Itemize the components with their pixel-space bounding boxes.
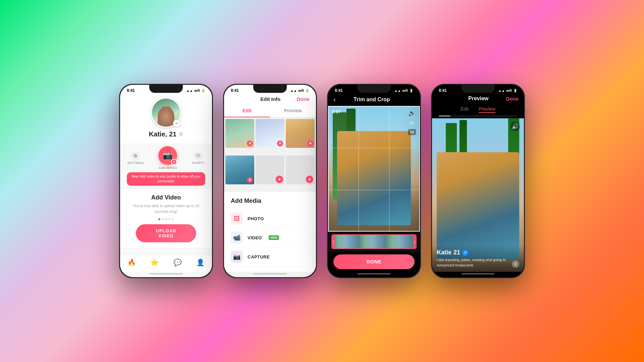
timeline-area: | | xyxy=(328,232,420,252)
notch-3 xyxy=(357,85,391,93)
wifi-icon-2: wifi xyxy=(298,89,304,93)
status-time-1: 9:41 xyxy=(127,88,135,93)
person-video xyxy=(337,131,411,225)
photo-icon: 🖼 xyxy=(231,213,243,225)
photo-cell-5[interactable]: + xyxy=(256,156,284,184)
dot-5 xyxy=(172,218,174,220)
tab-preview[interactable]: Preview xyxy=(270,105,316,117)
video-background xyxy=(328,106,420,232)
add-video-title: Add Video xyxy=(128,194,204,201)
add-media-center[interactable]: 📷 + ADD MEDIA xyxy=(158,146,177,170)
trim-header: ‹ Trim and Crop xyxy=(328,94,420,106)
preview-header: Preview Done xyxy=(432,94,524,104)
preview-user-name: Katie 21 ✓ xyxy=(437,249,519,256)
trim-back-button[interactable]: ‹ xyxy=(333,96,336,103)
battery-icon-4: 🔋 xyxy=(513,89,517,93)
safety-item[interactable]: 🛡 SAFETY xyxy=(192,151,205,165)
edit-done-button[interactable]: Done xyxy=(297,96,310,102)
photo-remove-2[interactable]: ✕ xyxy=(277,140,283,146)
photo-add-5[interactable]: + xyxy=(276,176,283,183)
preview-done-button[interactable]: Done xyxy=(506,96,519,102)
new-badge: NEW xyxy=(269,235,279,240)
preview-progress-bar xyxy=(439,116,517,116)
upload-video-button[interactable]: UPLOAD VIDEO xyxy=(136,224,197,242)
photos-grid: ✕ ✕ ✕ ✕ + + xyxy=(224,118,316,192)
photo-remove-4[interactable]: ✕ xyxy=(247,177,253,183)
timeline-handle-right[interactable]: | xyxy=(413,235,416,248)
add-video-section: Add Video You're now able to upload vide… xyxy=(120,189,212,248)
speed-1x[interactable]: 1x xyxy=(408,129,416,135)
preview-volume-icon[interactable]: 🔊 xyxy=(511,122,520,131)
nav-like-icon[interactable]: 🔥 xyxy=(127,258,136,266)
tab-edit[interactable]: Edit xyxy=(224,105,270,117)
nav-chat-icon[interactable]: 💬 xyxy=(173,258,182,266)
edit-info-title: Edit Info xyxy=(260,96,280,102)
preview-bio: I like traveling, jokes, cooking and goi… xyxy=(437,257,519,268)
status-time-3: 9:41 xyxy=(335,88,343,93)
settings-item[interactable]: ⚙ SETTINGS xyxy=(127,151,144,165)
settings-cog-small: ⚙ xyxy=(178,131,183,137)
timeline-strip[interactable]: | | xyxy=(331,234,417,249)
notch-4 xyxy=(461,85,495,93)
dot-4 xyxy=(168,218,170,220)
phone-2: 9:41 ▲▲ wifi 🔋 Edit Info Done Edit Previ… xyxy=(223,84,317,278)
profile-section: ✏ Katie, 21 ⚙ xyxy=(120,94,212,143)
battery-icon: 🔋 xyxy=(201,89,205,93)
media-option-video[interactable]: 📹 VIDEO NEW xyxy=(231,228,309,247)
dot-3 xyxy=(165,218,167,220)
status-icons-3: ▲▲ wifi 🔋 xyxy=(394,89,413,93)
preview-tabs: Edit Preview xyxy=(432,104,524,116)
avatar-edit-button[interactable]: ✏ xyxy=(173,120,180,127)
notch-2 xyxy=(253,85,287,93)
media-option-capture[interactable]: 📷 CAPTURE xyxy=(231,247,309,266)
dot-2 xyxy=(162,218,164,220)
edit-info-header: Edit Info Done xyxy=(224,94,316,105)
status-icons-1: ▲▲ wifi 🔋 xyxy=(186,89,205,93)
video-crop-area[interactable]: 0:07 🔊 ∞ 1x xyxy=(328,106,420,232)
trim-done-button[interactable]: DONE xyxy=(333,254,415,269)
photo-cell-2[interactable]: ✕ xyxy=(256,119,284,148)
battery-icon-2: 🔋 xyxy=(305,89,309,93)
preview-tab-preview[interactable]: Preview xyxy=(479,106,495,113)
timeline-frames xyxy=(332,235,416,248)
add-media-button[interactable]: 📷 + xyxy=(158,146,177,165)
person-head xyxy=(163,105,169,112)
nav-star-icon[interactable]: ⭐ xyxy=(150,258,159,266)
bottom-nav-1: 🔥 ⭐ 💬 👤 xyxy=(120,255,212,272)
photo-cell-1[interactable]: ✕ xyxy=(225,119,254,148)
person-silhouette xyxy=(159,105,174,127)
photo-cell-6[interactable]: + xyxy=(286,156,315,184)
preview-info-overlay: Katie 21 ✓ I like traveling, jokes, cook… xyxy=(432,245,524,272)
preview-tab-edit[interactable]: Edit xyxy=(461,106,469,113)
edit-tab-row: Edit Preview xyxy=(224,105,316,118)
photo-cell-4[interactable]: ✕ xyxy=(225,156,254,184)
trim-title: Trim and Crop xyxy=(354,97,390,103)
timeline-thumbnail xyxy=(332,235,416,248)
signal-icon-4: ▲▲ xyxy=(498,89,505,93)
timeline-handle-left[interactable]: | xyxy=(332,235,335,248)
preview-video-area[interactable]: 🔊 Katie 21 ✓ I like traveling, jokes, co… xyxy=(432,118,524,272)
video-timer: 0:07 xyxy=(332,109,341,114)
loop-icon[interactable]: ∞ xyxy=(410,119,414,126)
phone-1: 9:41 ▲▲ wifi 🔋 xyxy=(119,84,213,278)
info-button[interactable]: ℹ xyxy=(512,260,519,268)
signal-icon-2: ▲▲ xyxy=(290,89,297,93)
settings-row: ⚙ SETTINGS 📷 + ADD MEDIA 🛡 SAFETY xyxy=(120,143,212,171)
signal-icon-3: ▲▲ xyxy=(394,89,401,93)
avatar-wrapper[interactable]: ✏ xyxy=(151,98,181,128)
media-option-photo[interactable]: 🖼 PHOTO xyxy=(231,209,309,228)
add-media-sheet-title: Add Media xyxy=(231,197,309,204)
dot-1 xyxy=(158,218,160,220)
status-time-2: 9:41 xyxy=(231,88,239,93)
add-media-label: ADD MEDIA xyxy=(158,166,177,170)
capture-label: CAPTURE xyxy=(248,254,270,259)
photo-remove-1[interactable]: ✕ xyxy=(247,140,253,146)
video-label: VIDEO xyxy=(248,235,262,240)
photo-cell-3[interactable]: ✕ xyxy=(286,119,315,148)
photo-remove-3[interactable]: ✕ xyxy=(307,140,313,146)
nav-profile-icon[interactable]: 👤 xyxy=(196,258,205,266)
phones-container: 9:41 ▲▲ wifi 🔋 xyxy=(0,0,644,362)
notch-1 xyxy=(149,85,183,93)
volume-icon[interactable]: 🔊 xyxy=(408,109,416,117)
photo-add-6[interactable]: + xyxy=(306,176,313,183)
